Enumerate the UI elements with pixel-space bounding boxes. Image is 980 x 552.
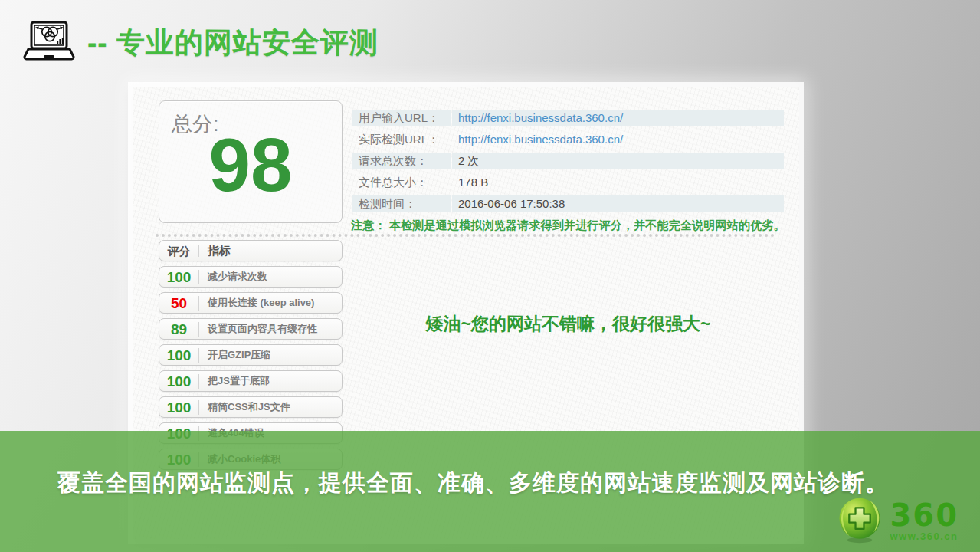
metric-row-js-bottom: 100 把JS置于底部 [159, 370, 343, 392]
metric-score: 100 [159, 348, 199, 363]
detail-value: 2 次 [452, 153, 784, 169]
input-url-link[interactable]: http://fenxi.businessdata.360.cn/ [452, 110, 784, 127]
detail-label: 请求总次数： [352, 153, 451, 169]
detail-label: 用户输入URL： [352, 110, 451, 127]
detail-row-input-url: 用户输入URL： http://fenxi.businessdata.360.c… [352, 110, 784, 127]
slide-header: -- 专业的网站安全评测 [23, 20, 379, 66]
metric-score: 100 [159, 270, 199, 284]
actual-url-link[interactable]: http://fenxi.businessdata.360.cn/ [452, 131, 784, 148]
metric-name: 减少请求次数 [199, 270, 342, 284]
metrics-header-score: 评分 [159, 245, 199, 257]
detail-row-check-time: 检测时间： 2016-06-06 17:50:38 [352, 196, 784, 212]
result-message: 矮油~您的网站不错嘛，很好很强大~ [352, 312, 784, 336]
logo-text: 360 www.360.cn [890, 495, 959, 542]
page-title: -- 专业的网站安全评测 [87, 24, 379, 62]
metric-name: 设置页面内容具有缓存性 [199, 322, 342, 336]
detail-label: 检测时间： [352, 196, 451, 212]
metric-score: 100 [159, 374, 199, 389]
total-score-value: 98 [159, 126, 342, 205]
total-score-box: 总分: 98 [159, 100, 343, 223]
metric-name: 把JS置于底部 [199, 374, 342, 388]
laptop-analytics-icon [23, 20, 75, 66]
detail-table: 用户输入URL： http://fenxi.businessdata.360.c… [352, 110, 784, 217]
detail-row-actual-url: 实际检测URL： http://fenxi.businessdata.360.c… [352, 131, 784, 148]
metric-name: 使用长连接 (keep alive) [199, 296, 342, 310]
detail-label: 实际检测URL： [352, 131, 451, 148]
metric-row-cacheability: 89 设置页面内容具有缓存性 [159, 318, 343, 340]
metric-name: 精简CSS和JS文件 [199, 400, 342, 414]
detail-label: 文件总大小： [352, 174, 451, 191]
metric-score: 100 [159, 400, 199, 415]
metrics-header-row: 评分 指标 [159, 240, 343, 261]
detail-value: 2016-06-06 17:50:38 [452, 196, 784, 212]
detail-row-request-count: 请求总次数： 2 次 [352, 153, 784, 169]
metrics-header-name: 指标 [199, 244, 342, 258]
notice-text: 注意： 本检测是通过模拟浏览器请求得到并进行评分，并不能完全说明网站的优劣。 [351, 219, 788, 233]
logo-360-icon [835, 495, 884, 544]
metric-row-gzip: 100 开启GZIP压缩 [159, 344, 343, 366]
dotted-separator [156, 234, 775, 237]
footer-bar: 覆盖全国的网站监测点，提供全面、准确、多维度的网站速度监测及网站诊断。 [0, 431, 980, 552]
logo-url-text: www.360.cn [890, 531, 959, 542]
logo-360: 360 www.360.cn [835, 495, 959, 544]
logo-brand-text: 360 [890, 501, 959, 529]
detail-row-total-size: 文件总大小： 178 B [352, 174, 784, 191]
detail-value: 178 B [452, 174, 784, 191]
metric-row-requests: 100 减少请求次数 [159, 266, 343, 288]
metric-score: 89 [159, 322, 199, 337]
metric-name: 开启GZIP压缩 [199, 348, 342, 362]
metric-row-minify: 100 精简CSS和JS文件 [159, 396, 343, 418]
metric-score: 50 [159, 296, 199, 310]
metric-row-keepalive: 50 使用长连接 (keep alive) [159, 292, 343, 314]
footer-caption: 覆盖全国的网站监测点，提供全面、准确、多维度的网站速度监测及网站诊断。 [57, 468, 889, 499]
